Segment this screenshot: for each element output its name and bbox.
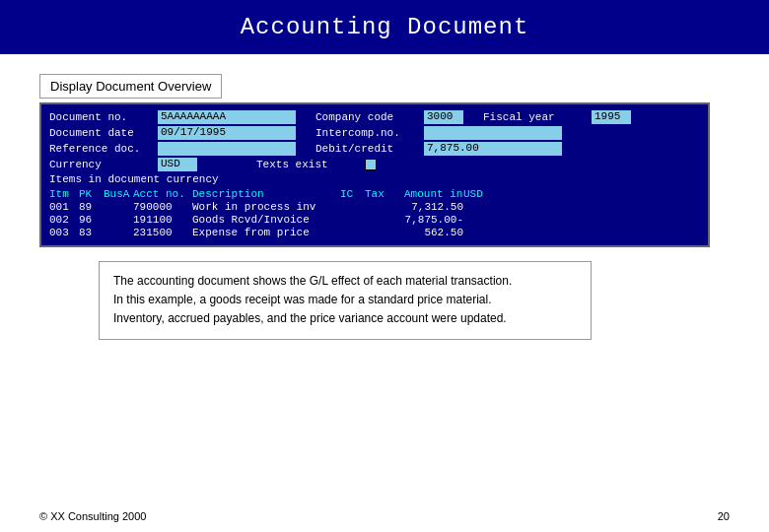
debit-credit-label: Debit/credit <box>315 143 424 155</box>
row2-desc: Goods Rcvd/Invoice <box>192 214 340 226</box>
intercomp-label: Intercomp.no. <box>315 127 424 139</box>
row1-amount: 7,312.50 <box>404 201 463 213</box>
th-currency: USD <box>463 188 503 200</box>
sap-row-1: Document no. 5AAAAAAAAA Company code 300… <box>49 110 700 124</box>
row1-tax <box>365 201 404 213</box>
company-code-field[interactable]: 3000 <box>424 110 463 124</box>
table-row: 003 83 231500 Expense from price 562.50 <box>49 227 700 238</box>
row3-busa <box>104 227 133 238</box>
th-pk: PK <box>79 188 104 200</box>
items-label: Items in document currency <box>49 173 700 185</box>
doc-overview-label: Display Document Overview <box>39 74 222 99</box>
intercomp-field[interactable] <box>424 126 562 140</box>
header: Accounting Document <box>0 0 769 54</box>
row1-desc: Work in process inv <box>192 201 340 213</box>
doc-no-field[interactable]: 5AAAAAAAAA <box>158 110 296 124</box>
currency-field[interactable]: USD <box>158 158 197 171</box>
row3-ic <box>340 227 365 238</box>
th-amount-in: Amount in <box>404 188 463 200</box>
row1-pk: 89 <box>79 201 104 213</box>
page-number: 20 <box>718 510 730 522</box>
row1-ic <box>340 201 365 213</box>
ref-doc-field[interactable] <box>158 142 296 156</box>
company-code-label: Company code <box>315 111 424 123</box>
row3-pk: 83 <box>79 227 104 238</box>
sap-screen: Document no. 5AAAAAAAAA Company code 300… <box>39 102 710 247</box>
row2-amount: 7,875.00- <box>404 214 463 226</box>
texts-exist-label: Texts exist <box>256 159 365 170</box>
th-desc: Description <box>192 188 340 200</box>
copyright: © XX Consulting 2000 <box>39 510 146 522</box>
description-line3: Inventory, accrued payables, and the pri… <box>113 311 507 325</box>
footer: © XX Consulting 2000 20 <box>0 510 769 522</box>
texts-exist-checkbox[interactable] <box>365 159 377 170</box>
sap-row-2: Document date 09/17/1995 Intercomp.no. <box>49 126 700 140</box>
row3-acct: 231500 <box>133 227 192 238</box>
main-content: Display Document Overview Document no. 5… <box>0 54 769 350</box>
row2-ic <box>340 214 365 226</box>
th-acct: Acct no. <box>133 188 192 200</box>
currency-label: Currency <box>49 159 158 170</box>
row2-tax <box>365 214 404 226</box>
row1-itm: 001 <box>49 201 79 213</box>
row3-itm: 003 <box>49 227 79 238</box>
description-line2: In this example, a goods receipt was mad… <box>113 293 492 306</box>
doc-no-label: Document no. <box>49 111 158 123</box>
debit-credit-field[interactable]: 7,875.00 <box>424 142 562 156</box>
th-busa: BusA <box>104 188 133 200</box>
row1-acct: 790000 <box>133 201 192 213</box>
description-line1: The accounting document shows the G/L ef… <box>113 274 512 288</box>
description-box: The accounting document shows the G/L ef… <box>99 261 592 340</box>
row1-busa <box>104 201 133 213</box>
fiscal-year-field[interactable]: 1995 <box>592 110 631 124</box>
th-tax: Tax <box>365 188 404 200</box>
table-row: 002 96 191100 Goods Rcvd/Invoice 7,875.0… <box>49 214 700 226</box>
table-header: Itm PK BusA Acct no. Description IC Tax … <box>49 188 700 200</box>
th-itm: Itm <box>49 188 79 200</box>
row3-amount: 562.50 <box>404 227 463 238</box>
doc-date-field[interactable]: 09/17/1995 <box>158 126 296 140</box>
row2-pk: 96 <box>79 214 104 226</box>
fiscal-year-label: Fiscal year <box>483 111 592 123</box>
sap-row-4: Currency USD Texts exist <box>49 158 700 171</box>
page-title: Accounting Document <box>241 14 529 40</box>
th-ic: IC <box>340 188 365 200</box>
table-row: 001 89 790000 Work in process inv 7,312.… <box>49 201 700 213</box>
row3-desc: Expense from price <box>192 227 340 238</box>
sap-row-3: Reference doc. Debit/credit 7,875.00 <box>49 142 700 156</box>
row2-busa <box>104 214 133 226</box>
row2-acct: 191100 <box>133 214 192 226</box>
doc-date-label: Document date <box>49 127 158 139</box>
ref-doc-label: Reference doc. <box>49 143 158 155</box>
row3-tax <box>365 227 404 238</box>
row2-itm: 002 <box>49 214 79 226</box>
